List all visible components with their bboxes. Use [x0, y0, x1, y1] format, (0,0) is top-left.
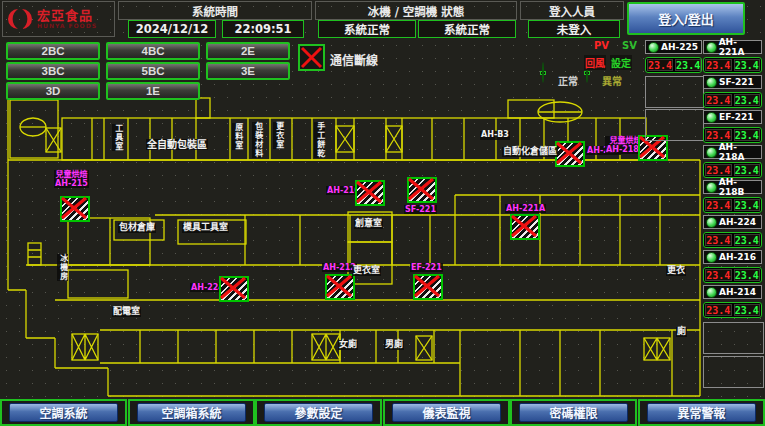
room-label: 更衣室 — [273, 122, 284, 149]
floor-button-4bc[interactable]: 4BC — [106, 42, 200, 60]
pv-value: 23.4 — [647, 59, 673, 71]
ahu-name: EF-221 — [719, 112, 754, 122]
sv-value: 23.4 — [734, 199, 761, 211]
room-label: 包裝材料 — [252, 122, 263, 158]
company-logo: 宏亞食品 HUNYA FOODS — [2, 1, 115, 37]
ahu-name: AH-221A — [719, 37, 761, 57]
status-led — [706, 217, 717, 228]
floor-button-1e[interactable]: 1E — [106, 82, 200, 100]
ahu-display-ah-225: 23.4 23.4 — [645, 57, 702, 73]
login-logout-button[interactable]: 登入/登出 — [627, 2, 745, 35]
floor-button-2e[interactable]: 2E — [206, 42, 290, 60]
sv-value: 23.4 — [734, 59, 761, 71]
room-label: 更衣 — [666, 266, 686, 276]
floor-button-2bc[interactable]: 2BC — [6, 42, 100, 60]
login-user-label: 登入人員 — [520, 1, 624, 20]
floor-button-3e[interactable]: 3E — [206, 62, 290, 80]
nav-button-ahu-system[interactable]: 空調箱系統 — [137, 403, 246, 422]
empty-slot — [645, 76, 704, 108]
room-label: 男廁 — [384, 340, 404, 350]
chiller-status-value: 系統正常 — [318, 20, 416, 38]
nav-frame: 空調箱系統 — [128, 399, 255, 426]
ahu-display-sf-221: 23.4 23.4 — [703, 92, 762, 108]
ahu-name: AH-218A — [719, 142, 761, 162]
nav-button-parameter-settings[interactable]: 參數設定 — [264, 403, 373, 422]
room-label: 冰機房 — [57, 254, 68, 281]
sv-value: 23.4 — [734, 164, 761, 176]
equipment-label: 兒童烘焙AH-215 — [54, 170, 89, 188]
ahu-display-ah-224: 23.4 23.4 — [703, 232, 762, 248]
ahu-map-icon-offline[interactable] — [60, 196, 90, 222]
ahu-display-ah-218b: 23.4 23.4 — [703, 197, 762, 213]
ahu-map-icon-offline[interactable] — [355, 180, 385, 206]
status-led — [706, 77, 717, 88]
normal-led — [540, 71, 546, 75]
sv-value: 23.4 — [734, 304, 761, 316]
pv-value: 23.4 — [705, 234, 732, 246]
abnormal-led — [584, 71, 590, 75]
pv-value: 23.4 — [705, 304, 732, 316]
ahu-name: AH-224 — [719, 217, 756, 227]
ahu-row-ah-225[interactable]: AH-225 — [645, 40, 702, 54]
ahu-row-sf-221[interactable]: SF-221 — [703, 75, 762, 89]
ahu-row-ah-214[interactable]: AH-214 — [703, 285, 762, 299]
ahu-row-ah-218b[interactable]: AH-218B — [703, 180, 762, 194]
ahu-map-icon-offline[interactable] — [407, 177, 437, 203]
ahu-map-icon-offline[interactable] — [510, 214, 540, 240]
ahu-name: AH-225 — [661, 42, 698, 52]
equipment-label: AH-221A — [505, 204, 546, 213]
room-label: 配電室 — [112, 307, 141, 317]
room-label: 自動化倉儲區 — [502, 147, 558, 157]
normal-label: 正常 — [558, 73, 578, 88]
sv-header: SV — [622, 40, 637, 51]
system-date-value: 2024/12/12 — [128, 20, 216, 38]
pv-value: 23.4 — [705, 164, 732, 176]
system-clock-value: 22:09:51 — [222, 20, 304, 38]
system-time-label: 系統時間 — [118, 1, 312, 20]
logo-icon — [7, 6, 33, 32]
floor-button-5bc[interactable]: 5BC — [106, 62, 200, 80]
ahu-name: AH-216 — [719, 252, 756, 262]
room-label: 包材倉庫 — [118, 223, 156, 233]
room-label: 創意室 — [354, 219, 383, 229]
ahu-row-ah-216[interactable]: AH-216 — [703, 250, 762, 264]
equipment-label: SF-221 — [404, 205, 437, 214]
nav-frame: 儀表監視 — [383, 399, 510, 426]
room-label: AH-B3 — [480, 131, 510, 140]
ahu-row-ah-218a[interactable]: AH-218A — [703, 145, 762, 159]
sv-value: 23.4 — [734, 234, 761, 246]
status-led — [706, 252, 717, 263]
status-led — [648, 42, 659, 53]
ahu-display-ah-216: 23.4 23.4 — [703, 267, 762, 283]
nav-frame: 空調系統 — [0, 399, 127, 426]
nav-button-password-authority[interactable]: 密碼權限 — [519, 403, 628, 422]
login-status-value: 未登入 — [528, 20, 620, 38]
return-air-header: 回風 — [584, 55, 606, 70]
ahu-map-icon-offline[interactable] — [219, 276, 249, 302]
nav-frame: 密碼權限 — [510, 399, 637, 426]
nav-button-meter-monitoring[interactable]: 儀表監視 — [392, 403, 501, 422]
floor-button-3d[interactable]: 3D — [6, 82, 100, 100]
floor-button-3bc[interactable]: 3BC — [6, 62, 100, 80]
hmi-screen: 宏亞食品 HUNYA FOODS 系統時間 2024/12/12 22:09:5… — [0, 0, 765, 426]
pv-value: 23.4 — [705, 269, 732, 281]
comm-offline-icon — [298, 44, 325, 71]
room-label: 更衣室 — [352, 266, 381, 276]
status-led — [706, 287, 717, 298]
machine-status-label: 冰機 / 空調機 狀態 — [315, 1, 517, 20]
nav-button-alarm[interactable]: 異常警報 — [647, 403, 756, 422]
status-led — [706, 182, 717, 193]
status-led — [706, 112, 717, 123]
ahu-row-ef-221[interactable]: EF-221 — [703, 110, 762, 124]
ahu-row-ah-221a[interactable]: AH-221A — [703, 40, 762, 54]
brand-name-en: HUNYA FOODS — [37, 22, 97, 29]
ahu-map-icon-offline[interactable] — [555, 141, 585, 167]
sv-value: 23.4 — [734, 129, 761, 141]
ahu-map-icon-offline[interactable] — [413, 274, 443, 300]
room-label: 模具工具室 — [182, 223, 229, 233]
ahu-map-icon-offline[interactable] — [325, 274, 355, 300]
nav-button-hvac-system[interactable]: 空調系統 — [9, 403, 118, 422]
sv-value: 23.4 — [734, 94, 761, 106]
ahu-row-ah-224[interactable]: AH-224 — [703, 215, 762, 229]
room-label: 全自動包裝區 — [146, 139, 208, 150]
